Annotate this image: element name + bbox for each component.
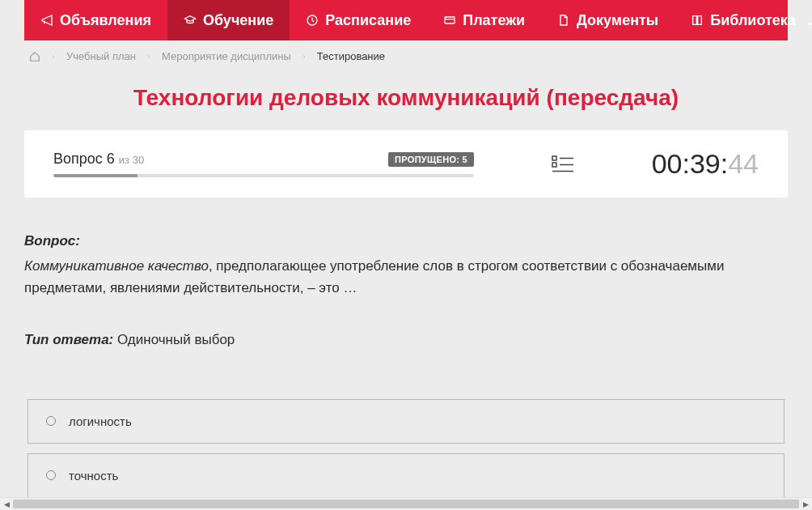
answer-text: логичность xyxy=(69,414,132,428)
graduation-icon xyxy=(184,14,197,27)
nav-label: Платежи xyxy=(463,12,525,29)
answer-list: логичность точность xyxy=(0,399,812,497)
answer-text: точность xyxy=(69,469,118,482)
document-icon xyxy=(557,14,570,27)
nav-label: Расписание xyxy=(325,12,411,29)
question-list-icon[interactable] xyxy=(552,155,574,173)
progress-fill xyxy=(53,174,137,177)
book-icon xyxy=(691,14,704,27)
nav-label: Обучение xyxy=(203,12,273,29)
nav-schedule[interactable]: Расписание xyxy=(290,0,427,40)
answer-option[interactable]: логичность xyxy=(27,399,785,444)
timer: 00:39:44 xyxy=(652,148,759,180)
question-counter: Вопрос 6 из 30 xyxy=(53,151,144,168)
nav-payments[interactable]: Платежи xyxy=(427,0,541,40)
main-nav: Объявления Обучение Расписание Платежи Д… xyxy=(24,0,788,40)
nav-label: Документы xyxy=(577,12,658,29)
scroll-right-arrow[interactable]: ▶ xyxy=(799,498,812,511)
radio-icon xyxy=(46,416,56,426)
chevron-right-icon xyxy=(50,52,57,62)
scroll-thumb[interactable] xyxy=(13,499,799,508)
clock-icon xyxy=(306,14,319,27)
answer-option[interactable]: точность xyxy=(27,453,785,497)
nav-label: Библиотека xyxy=(710,12,796,29)
svg-rect-2 xyxy=(552,156,556,160)
nav-library[interactable]: Библиотека xyxy=(675,0,812,40)
progress-bar xyxy=(53,174,474,177)
home-icon[interactable] xyxy=(29,51,40,62)
scroll-track[interactable] xyxy=(13,498,799,510)
skipped-badge: ПРОПУЩЕНО: 5 xyxy=(388,152,474,167)
question-block: Вопрос: Коммуникативное качество, предпо… xyxy=(0,198,812,399)
question-label: Вопрос: xyxy=(24,230,788,252)
card-icon xyxy=(443,14,456,27)
page-title: Технологии деловых коммуникаций (пересда… xyxy=(0,69,812,130)
chevron-right-icon xyxy=(301,52,307,62)
breadcrumb-link-event[interactable]: Мероприятие дисциплины xyxy=(162,50,291,62)
svg-rect-4 xyxy=(552,163,556,167)
question-text: Коммуникативное качество, предполагающее… xyxy=(24,255,788,299)
status-bar: Вопрос 6 из 30 ПРОПУЩЕНО: 5 00:39:44 xyxy=(24,130,788,198)
scroll-left-arrow[interactable]: ◀ xyxy=(0,498,13,511)
radio-icon xyxy=(46,470,56,480)
nav-education[interactable]: Обучение xyxy=(167,0,290,40)
breadcrumb: Учебный план Мероприятие дисциплины Тест… xyxy=(0,40,812,69)
answer-type: Тип ответа: Одиночный выбор xyxy=(24,329,788,351)
megaphone-icon xyxy=(40,14,53,27)
breadcrumb-link-plan[interactable]: Учебный план xyxy=(66,50,136,62)
chevron-down-icon xyxy=(806,15,812,25)
chevron-right-icon xyxy=(146,52,152,62)
svg-rect-1 xyxy=(445,17,455,23)
nav-label: Объявления xyxy=(60,12,151,29)
horizontal-scrollbar[interactable]: ◀ ▶ xyxy=(0,497,812,510)
nav-documents[interactable]: Документы xyxy=(541,0,675,40)
nav-announcements[interactable]: Объявления xyxy=(24,0,167,40)
breadcrumb-current: Тестирование xyxy=(317,50,385,62)
